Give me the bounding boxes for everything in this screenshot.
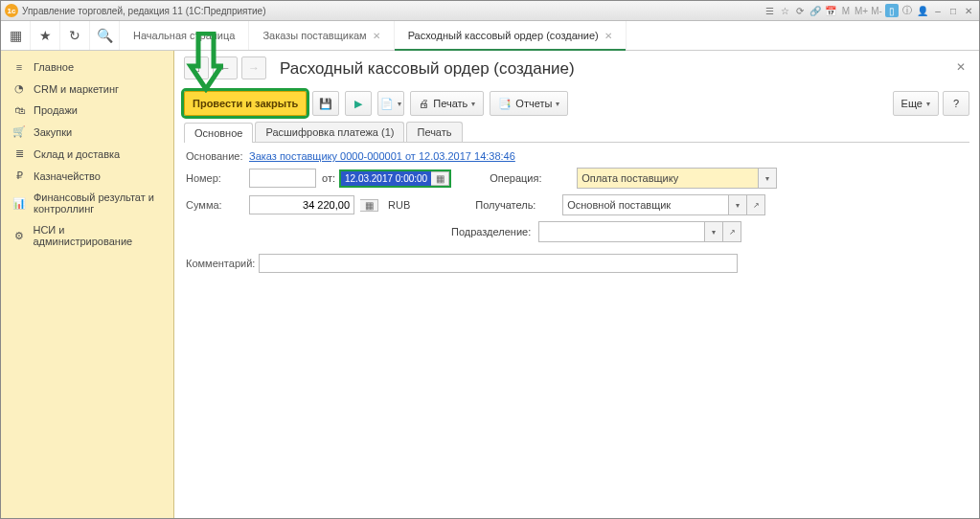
apps-grid-icon[interactable]: ▦ [1,21,31,50]
history-icon[interactable]: ↻ [60,21,90,50]
close-icon[interactable]: ✕ [962,4,975,17]
open-icon[interactable]: ↗ [723,221,741,242]
printer-icon: 🖨 [419,98,429,109]
caret-icon: ▾ [471,100,475,108]
sys-icon[interactable]: ☰ [763,4,776,17]
division-label: Подразделение: [451,226,533,237]
sum-field[interactable] [249,195,354,214]
window-system-icons: ☰ ☆ ⟳ 🔗 📅 M M+ M- ▯ ⓘ 👤 – □ ✕ [763,4,975,17]
subtab-label: Печать [417,126,451,138]
chart-icon: ◔ [12,82,26,95]
sidebar-item-warehouse[interactable]: ≣Склад и доставка [1,143,173,165]
sys-icon[interactable]: ▯ [885,4,899,17]
sidebar-item-label: Главное [34,61,74,73]
post-icon: ▶ [354,98,362,110]
post-and-close-button[interactable]: Провести и закрыть [184,91,307,116]
sidebar-item-treasury[interactable]: ₽Казначейство [1,165,173,187]
number-field[interactable] [249,169,316,188]
sys-icon[interactable]: 📅 [824,4,837,17]
create-based-button[interactable]: 📄▾ [377,91,404,116]
page-title: Расходный кассовый ордер (создание) [280,59,575,79]
number-label: Номер: [186,172,243,184]
sidebar-item-label: Финансовый результат и контроллинг [34,192,162,214]
sidebar-item-label: CRM и маркетинг [34,83,119,95]
gear-icon: ⚙ [12,230,25,242]
caret-icon: ▾ [926,100,930,108]
bag-icon: 🛍 [12,104,26,116]
button-label: Печать [433,98,467,109]
sidebar-item-label: НСИ и администрирование [33,224,162,247]
calculator-icon[interactable]: ▦ [360,199,378,212]
dropdown-icon[interactable]: ▾ [729,194,747,215]
window-title: Управление торговлей, редакция 11 (1С:Пр… [22,6,266,16]
minimize-icon[interactable]: – [931,4,945,17]
close-page-icon[interactable]: ✕ [956,60,966,74]
menu-icon: ≡ [12,61,26,73]
subtab-label: Расшифровка платежа (1) [265,126,394,138]
tab-orders[interactable]: Заказы поставщикам ✕ [249,21,394,50]
tab-cash-order[interactable]: Расходный кассовый ордер (создание) ✕ [395,21,627,50]
reports-button[interactable]: 📑Отчеты▾ [490,91,568,116]
tab-label: Расходный кассовый ордер (создание) [408,30,599,41]
calendar-icon[interactable]: ▦ [431,171,449,186]
dropdown-icon[interactable]: ▾ [705,221,723,242]
document-form: Основание: Заказ поставщику 0000-000001 … [184,143,969,281]
sidebar-item-sales[interactable]: 🛍Продажи [1,100,173,121]
nav-forward-button[interactable]: → [241,56,266,79]
sidebar-item-nsi[interactable]: ⚙НСИ и администрирование [1,219,173,252]
sidebar-item-label: Казначейство [34,170,101,182]
sys-icon[interactable]: 🔗 [809,4,822,17]
search-icon[interactable]: 🔍 [90,21,120,50]
open-icon[interactable]: ↗ [747,194,765,215]
bars-icon: 📊 [12,197,26,210]
division-select[interactable] [538,221,705,242]
caret-icon: ▾ [556,100,559,108]
sidebar-item-label: Продажи [34,104,78,116]
app-logo-icon: 1c [5,4,18,17]
sys-icon[interactable]: ☆ [778,4,791,17]
sidebar-item-main[interactable]: ≡Главное [1,56,173,78]
annotation-arrow-icon [185,32,223,93]
help-button[interactable]: ? [943,91,969,116]
user-icon[interactable]: 👤 [916,4,929,17]
more-button[interactable]: Еще▾ [893,91,939,116]
operation-select[interactable]: Оплата поставщику [577,168,759,189]
sidebar-item-label: Склад и доставка [34,148,120,160]
maximize-icon[interactable]: □ [946,4,960,17]
comment-field[interactable] [259,254,738,273]
tab-close-icon[interactable]: ✕ [373,31,380,41]
subtab-print[interactable]: Печать [406,122,462,142]
basis-label: Основание: [186,150,243,162]
dropdown-icon[interactable]: ▾ [759,168,777,189]
tab-close-icon[interactable]: ✕ [604,31,612,41]
payee-select[interactable]: Основной поставщик [562,194,729,215]
operation-label: Операция: [490,172,571,184]
cart-icon: 🛒 [12,125,26,138]
save-icon: 💾 [319,98,332,110]
page-content: ✕ ⌂ ← → Расходный кассовый ордер (создан… [174,51,979,519]
os-titlebar: 1c Управление торговлей, редакция 11 (1С… [1,1,979,21]
basis-link[interactable]: Заказ поставщику 0000-000001 от 12.03.20… [249,150,515,162]
sys-icon[interactable]: M- [870,4,883,17]
comment-label: Комментарий: [186,258,253,269]
print-button[interactable]: 🖨Печать▾ [410,91,484,116]
nav-sidebar: ≡Главное ◔CRM и маркетинг 🛍Продажи 🛒Заку… [1,51,174,519]
date-field[interactable]: 12.03.2017 0:00:00 [341,171,431,186]
subtab-payment-detail[interactable]: Расшифровка платежа (1) [255,122,404,142]
info-icon[interactable]: ⓘ [900,4,914,17]
post-button[interactable]: ▶ [345,91,372,116]
sidebar-item-purchases[interactable]: 🛒Закупки [1,121,173,143]
sidebar-item-crm[interactable]: ◔CRM и маркетинг [1,78,173,100]
sidebar-item-finresults[interactable]: 📊Финансовый результат и контроллинг [1,187,173,219]
sys-icon[interactable]: M+ [855,4,868,17]
select-value: Основной поставщик [567,199,671,211]
sys-icon[interactable]: M [839,4,853,17]
sidebar-item-label: Закупки [34,126,72,138]
page-subtabs: Основное Расшифровка платежа (1) Печать [184,122,969,143]
subtab-label: Основное [194,127,242,139]
app-topbar: ▦ ★ ↻ 🔍 Начальная страница Заказы постав… [1,21,979,51]
subtab-main[interactable]: Основное [184,123,253,143]
save-button[interactable]: 💾 [312,91,339,116]
sys-icon[interactable]: ⟳ [793,4,807,17]
favorites-icon[interactable]: ★ [31,21,60,50]
